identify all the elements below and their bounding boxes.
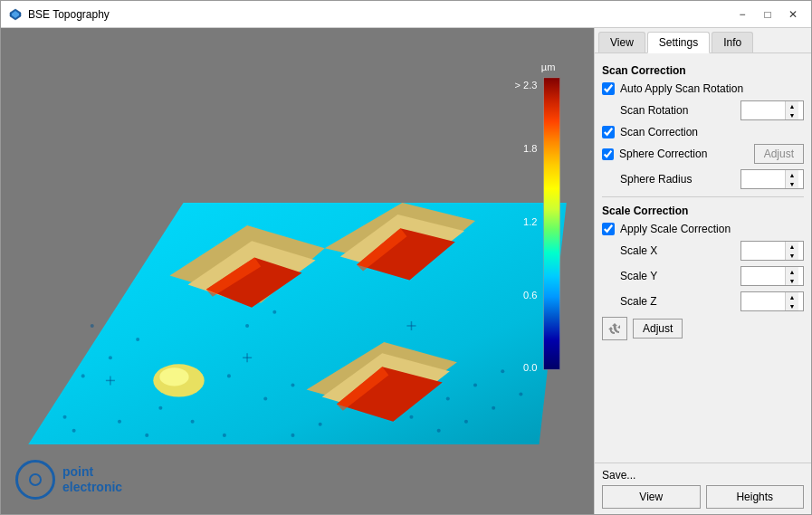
app-icon — [8, 7, 23, 22]
svg-point-27 — [63, 415, 67, 419]
logo-circle — [15, 460, 55, 500]
scale-z-down[interactable]: ▼ — [786, 301, 798, 310]
scale-z-spinbox[interactable]: 1.04 ▲ ▼ — [740, 291, 804, 311]
recycle-icon — [607, 321, 622, 336]
scale-y-up[interactable]: ▲ — [786, 267, 798, 276]
logo-area: point electronic — [15, 460, 122, 500]
svg-point-26 — [272, 310, 276, 314]
sphere-radius-row: Sphere Radius 2.5 ▲ ▼ — [602, 169, 804, 189]
auto-apply-label: Auto Apply Scan Rotation — [620, 82, 743, 95]
minimize-button[interactable]: − — [731, 5, 753, 24]
auto-apply-row: Auto Apply Scan Rotation — [602, 82, 804, 95]
scan-rotation-spinbox[interactable]: 0.0 ▲ ▼ — [740, 100, 804, 120]
apply-scale-checkbox[interactable] — [602, 223, 615, 235]
svg-text:0.0: 0.0 — [523, 362, 537, 373]
sphere-radius-input[interactable]: 2.5 — [741, 170, 785, 188]
scale-adjust-button[interactable]: Adjust — [633, 319, 683, 339]
scale-x-down[interactable]: ▼ — [786, 251, 798, 260]
sphere-radius-down[interactable]: ▼ — [786, 179, 798, 188]
heights-button[interactable]: Heights — [706, 485, 805, 509]
scene-3d: > 2.3 1.8 1.2 0.6 0.0 µm — [1, 28, 594, 514]
svg-point-37 — [446, 397, 450, 401]
scale-x-up[interactable]: ▲ — [786, 242, 798, 251]
sphere-correction-checkbox[interactable] — [602, 148, 614, 160]
scale-x-input[interactable]: 1.00 — [741, 242, 785, 260]
scale-y-label: Scale Y — [620, 270, 737, 282]
scan-correction-row: Scan Correction — [602, 126, 804, 138]
panel-content: Scan Correction Auto Apply Scan Rotation… — [595, 53, 811, 463]
svg-point-31 — [145, 434, 148, 437]
scale-y-spinbox[interactable]: 1.01 ▲ ▼ — [740, 266, 804, 286]
scale-x-row: Scale X 1.00 ▲ ▼ — [602, 241, 804, 261]
logo-inner-circle — [29, 473, 42, 486]
scale-y-down[interactable]: ▼ — [786, 276, 798, 285]
viewport[interactable]: > 2.3 1.8 1.2 0.6 0.0 µm point electroni… — [1, 28, 594, 514]
scale-y-row: Scale Y 1.01 ▲ ▼ — [602, 266, 804, 286]
view-button[interactable]: View — [602, 485, 701, 509]
scale-y-input[interactable]: 1.01 — [741, 267, 785, 285]
scale-z-up[interactable]: ▲ — [786, 292, 798, 301]
svg-point-40 — [409, 415, 413, 419]
panel-footer: Save... View Heights — [595, 463, 811, 514]
apply-scale-label: Apply Scale Correction — [620, 223, 731, 235]
svg-point-41 — [437, 429, 441, 433]
scale-icon-button[interactable] — [602, 317, 627, 340]
sphere-radius-arrows: ▲ ▼ — [785, 170, 798, 188]
svg-point-20 — [109, 356, 112, 359]
scale-correction-header: Scale Correction — [602, 205, 804, 217]
content-area: > 2.3 1.8 1.2 0.6 0.0 µm point electroni… — [1, 28, 811, 514]
scale-adjust-row: Adjust — [602, 317, 804, 340]
svg-point-36 — [319, 423, 322, 426]
scale-z-arrows: ▲ ▼ — [785, 292, 798, 310]
sphere-radius-up[interactable]: ▲ — [786, 170, 798, 179]
svg-point-33 — [291, 383, 294, 386]
scan-rotation-label: Scan Rotation — [620, 104, 737, 117]
svg-point-30 — [118, 420, 121, 424]
svg-point-34 — [227, 374, 231, 377]
title-bar: BSE Topography − □ ✕ — [1, 1, 811, 28]
sphere-adjust-button[interactable]: Adjust — [754, 144, 804, 164]
scale-x-label: Scale X — [620, 244, 737, 257]
window-title: BSE Topography — [28, 8, 110, 21]
window-controls: − □ ✕ — [731, 5, 804, 24]
scale-z-row: Scale Z 1.04 ▲ ▼ — [602, 291, 804, 311]
main-window: BSE Topography − □ ✕ — [0, 0, 812, 515]
apply-scale-row: Apply Scale Correction — [602, 223, 804, 235]
svg-point-24 — [223, 434, 226, 437]
svg-point-42 — [464, 420, 468, 424]
svg-rect-51 — [544, 78, 560, 369]
scale-y-arrows: ▲ ▼ — [785, 267, 798, 285]
tab-settings[interactable]: Settings — [647, 32, 710, 53]
svg-point-21 — [136, 338, 139, 341]
tab-bar: View Settings Info — [595, 28, 811, 53]
sphere-correction-label: Sphere Correction — [619, 148, 750, 160]
svg-point-23 — [191, 420, 195, 424]
svg-point-28 — [91, 324, 94, 328]
section-divider-1 — [602, 196, 804, 197]
scan-rotation-input[interactable]: 0.0 — [741, 101, 785, 119]
svg-text:µm: µm — [541, 62, 556, 72]
scale-x-spinbox[interactable]: 1.00 ▲ ▼ — [740, 241, 804, 261]
scan-rotation-arrows: ▲ ▼ — [785, 101, 798, 119]
right-panel: View Settings Info Scan Correction Auto … — [594, 28, 811, 514]
tab-view[interactable]: View — [598, 32, 645, 52]
tab-info[interactable]: Info — [712, 32, 753, 52]
svg-point-25 — [245, 324, 249, 328]
scan-correction-checkbox[interactable] — [602, 126, 615, 138]
scan-rotation-row: Scan Rotation 0.0 ▲ ▼ — [602, 100, 804, 120]
close-button[interactable]: ✕ — [782, 5, 804, 24]
svg-text:1.8: 1.8 — [523, 144, 537, 155]
scan-rotation-up[interactable]: ▲ — [786, 101, 798, 110]
maximize-button[interactable]: □ — [757, 5, 779, 24]
svg-point-44 — [519, 393, 522, 396]
save-label: Save... — [602, 469, 804, 482]
scan-rotation-down[interactable]: ▼ — [786, 110, 798, 119]
logo-text: point electronic — [62, 464, 122, 495]
svg-text:1.2: 1.2 — [523, 216, 537, 227]
footer-buttons: View Heights — [602, 485, 804, 509]
sphere-radius-spinbox[interactable]: 2.5 ▲ ▼ — [740, 169, 804, 189]
auto-apply-checkbox[interactable] — [602, 82, 615, 95]
scale-z-input[interactable]: 1.04 — [741, 292, 785, 310]
svg-point-29 — [72, 429, 76, 433]
title-bar-left: BSE Topography — [8, 7, 110, 22]
